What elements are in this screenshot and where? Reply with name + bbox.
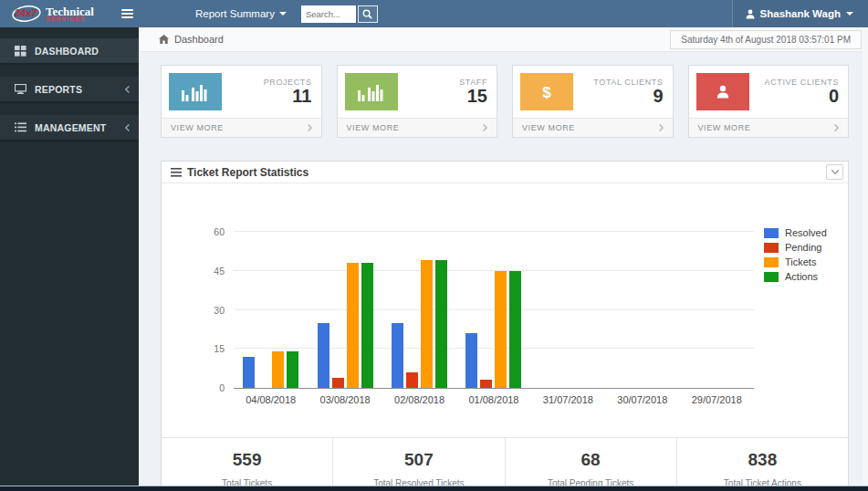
summary-stats-row: 559Total Tickets507Total Resolved Ticket… xyxy=(162,437,848,491)
breadcrumb-bar: Dashboard Saturday 4th of August 2018 03… xyxy=(139,27,868,52)
brand-logo[interactable]: 24x7 Technical SERVICES xyxy=(0,0,111,27)
bar-resolved-03/08/2018 xyxy=(318,323,329,388)
caret-down-icon xyxy=(279,12,287,16)
bar-tickets-02/08/2018 xyxy=(421,260,433,388)
legend-swatch xyxy=(764,228,779,238)
view-more-label: VIEW MORE xyxy=(347,123,400,132)
bar-chart-icon xyxy=(345,73,398,110)
sidebar-item-dashboard[interactable]: DASHBOARD xyxy=(0,38,139,65)
dollar-icon: $ xyxy=(520,73,573,110)
chevron-left-icon xyxy=(125,86,130,93)
caret-down-icon xyxy=(846,12,853,16)
chevron-down-icon xyxy=(831,170,839,174)
panel-collapse-button[interactable] xyxy=(826,164,843,180)
sidebar-toggle-icon[interactable] xyxy=(111,0,142,27)
view-more-label: VIEW MORE xyxy=(171,123,224,132)
bar-group-29/07/2018 xyxy=(680,232,754,388)
sidebar-item-reports[interactable]: REPORTS xyxy=(0,77,139,103)
search-input[interactable] xyxy=(301,5,356,23)
stat-card-active-clients: ACTIVE CLIENTS0VIEW MORE xyxy=(688,65,850,138)
bar-group-02/08/2018 xyxy=(382,232,456,388)
breadcrumb-label: Dashboard xyxy=(174,34,224,45)
stat-card-projects: PROJECTS11VIEW MORE xyxy=(161,65,322,138)
person-icon xyxy=(696,73,749,110)
footer-bar xyxy=(0,486,868,491)
legend-swatch xyxy=(764,257,779,267)
sidebar-item-label: REPORTS xyxy=(35,84,82,95)
stat-card-total-clients: $TOTAL CLIENTS9VIEW MORE xyxy=(512,65,674,138)
view-more-link[interactable]: VIEW MORE xyxy=(338,118,497,137)
bar-tickets-04/08/2018 xyxy=(272,351,284,388)
summary-value: 68 xyxy=(506,450,676,470)
app-root: 24x7 Technical SERVICES Report Summary xyxy=(0,0,868,491)
summary-stat-total-pending-tickets: 68Total Pending Tickets xyxy=(506,438,677,491)
x-axis-tick: 30/07/2018 xyxy=(605,394,679,405)
summary-value: 507 xyxy=(333,450,504,470)
stat-cards-row: PROJECTS11VIEW MORESTAFF15VIEW MORE$TOTA… xyxy=(161,65,849,138)
report-summary-label: Report Summary xyxy=(195,8,275,19)
bar-group-04/08/2018 xyxy=(234,232,308,388)
summary-stat-total-tickets: 559Total Tickets xyxy=(162,438,333,491)
legend-item-pending: Pending xyxy=(764,242,827,253)
stat-card-value: 15 xyxy=(459,87,487,106)
sidebar-item-management[interactable]: MANAGEMENT xyxy=(0,115,139,141)
view-more-link[interactable]: VIEW MORE xyxy=(513,118,673,137)
bar-group-31/07/2018 xyxy=(531,232,605,388)
x-axis-tick: 01/08/2018 xyxy=(456,394,530,405)
bar-pending-03/08/2018 xyxy=(332,378,344,388)
main-content: Dashboard Saturday 4th of August 2018 03… xyxy=(139,27,868,486)
legend-label: Pending xyxy=(785,242,821,253)
bar-chart-icon xyxy=(169,73,222,110)
chevron-right-icon xyxy=(834,124,839,131)
x-axis-tick: 31/07/2018 xyxy=(531,394,605,405)
view-more-link[interactable]: VIEW MORE xyxy=(689,118,849,137)
brand-swoosh-icon: 24x7 xyxy=(11,4,42,24)
chevron-right-icon xyxy=(659,124,664,131)
sidebar: DASHBOARDREPORTSMANAGEMENT xyxy=(0,27,139,486)
summary-value: 838 xyxy=(677,450,848,470)
home-icon xyxy=(159,35,169,44)
bar-pending-02/08/2018 xyxy=(406,372,418,388)
brand-prefix: 24x7 xyxy=(15,7,37,18)
bar-actions-02/08/2018 xyxy=(435,260,447,388)
x-axis-tick: 29/07/2018 xyxy=(680,394,754,405)
bar-resolved-04/08/2018 xyxy=(243,357,255,388)
chevron-left-icon xyxy=(125,124,130,131)
stat-card-label: ACTIVE CLIENTS xyxy=(765,78,839,87)
bar-resolved-02/08/2018 xyxy=(392,323,403,388)
y-axis-tick: 0 xyxy=(219,382,225,393)
legend-label: Tickets xyxy=(785,256,816,267)
legend-item-tickets: Tickets xyxy=(764,256,827,267)
stat-card-value: 11 xyxy=(264,87,312,106)
legend-item-resolved: Resolved xyxy=(764,227,827,238)
stat-card-value: 0 xyxy=(765,87,839,106)
svg-text:$: $ xyxy=(542,84,551,101)
bar-resolved-01/08/2018 xyxy=(465,333,477,388)
user-name: Shashank Wagh xyxy=(760,8,841,19)
user-menu[interactable]: Shashank Wagh xyxy=(732,0,868,27)
bar-tickets-01/08/2018 xyxy=(495,271,507,388)
y-axis-tick: 30 xyxy=(214,305,225,316)
y-axis-tick: 15 xyxy=(214,343,225,354)
chevron-right-icon xyxy=(483,124,487,131)
breadcrumb[interactable]: Dashboard xyxy=(159,34,224,45)
panel-menu-icon xyxy=(171,168,182,177)
view-more-link[interactable]: VIEW MORE xyxy=(162,118,321,137)
view-more-label: VIEW MORE xyxy=(698,123,751,132)
bar-actions-03/08/2018 xyxy=(361,263,373,388)
chart-plot-area: 01530456004/08/201803/08/201802/08/20180… xyxy=(234,232,754,388)
search-button[interactable] xyxy=(358,5,378,23)
report-summary-dropdown[interactable]: Report Summary xyxy=(190,0,292,27)
legend-label: Resolved xyxy=(785,227,827,238)
bar-tickets-03/08/2018 xyxy=(347,263,359,388)
x-axis-tick: 03/08/2018 xyxy=(308,394,382,405)
sidebar-item-label: DASHBOARD xyxy=(35,46,99,57)
search-icon xyxy=(362,9,372,19)
x-axis-tick: 02/08/2018 xyxy=(382,394,456,405)
y-axis-tick: 45 xyxy=(214,266,225,277)
sidebar-item-label: MANAGEMENT xyxy=(35,122,106,133)
vertical-scrollbar[interactable] xyxy=(863,27,868,486)
summary-stat-total-resolved-tickets: 507Total Resolved Tickets xyxy=(333,438,505,491)
ticket-bar-chart: 01530456004/08/201803/08/201802/08/20180… xyxy=(162,183,848,437)
ticket-report-panel: Ticket Report Statistics 01530456004/08/… xyxy=(161,161,849,491)
